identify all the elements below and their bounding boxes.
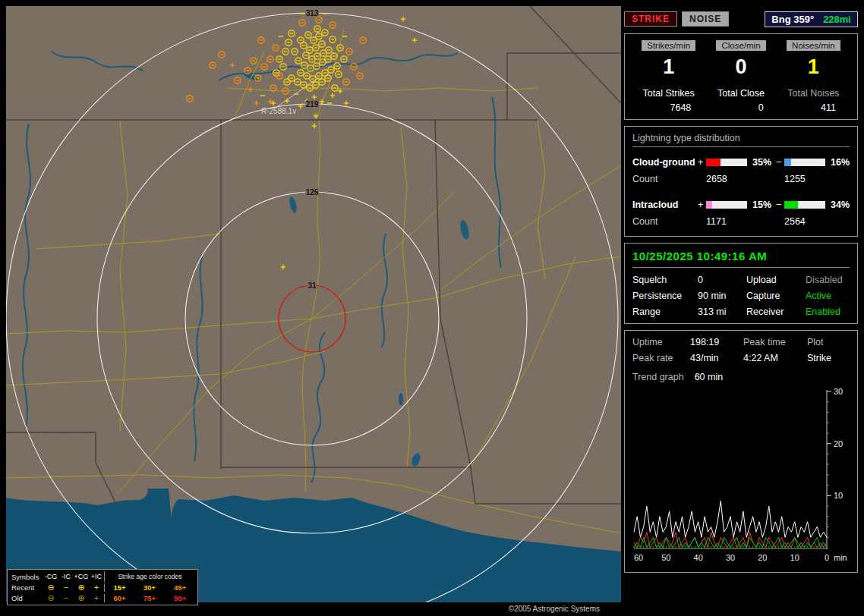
bearing-range-display: Bng 359° 228mi	[765, 11, 858, 27]
svg-text:0: 0	[825, 553, 829, 562]
ic-pos-old-icon: +	[89, 594, 104, 602]
upload-label: Upload	[746, 275, 806, 285]
age-75: 75+	[134, 594, 165, 602]
svg-text:313: 313	[306, 9, 319, 17]
distribution-panel: Lightning type distribution Cloud-ground…	[624, 126, 858, 237]
mode-toolbar: STRIKE NOISE Bng 359° 228mi	[624, 11, 858, 27]
legend-col-cg-neg: -CG	[43, 573, 58, 580]
peak-time-value: 4:22 AM	[743, 353, 807, 363]
capture-status: Active	[806, 291, 850, 301]
cg-positive-count: 2658	[706, 174, 749, 184]
cloud-ground-label: Cloud-ground	[632, 157, 698, 168]
storm-cell-label: R-2588.1v	[261, 107, 296, 115]
trend-graph-label: Trend graph	[632, 372, 684, 382]
plus-sign: +	[698, 200, 706, 210]
age-30: 30+	[134, 583, 165, 592]
map-legend: Symbols -CG -IC +CG +IC Strike age color…	[7, 569, 198, 605]
svg-text:10: 10	[834, 491, 843, 500]
bearing-value: Bng 359°	[771, 14, 814, 25]
uptime-label: Uptime	[632, 337, 690, 347]
range-setting-value: 313 mi	[698, 306, 746, 317]
total-strikes-label: Total Strikes	[632, 88, 705, 99]
svg-text:10: 10	[790, 553, 799, 562]
legend-symbols-title: Symbols	[10, 573, 43, 581]
count-label: Count	[632, 174, 698, 184]
minus-sign: −	[776, 157, 784, 168]
total-strikes-value: 7648	[632, 102, 705, 113]
count-label: Count	[632, 216, 698, 227]
plot-label: Plot	[807, 337, 850, 347]
cg-neg-recent-icon: ⊖	[43, 583, 58, 591]
capture-label: Capture	[746, 291, 806, 301]
cg-positive-pct: 35%	[749, 157, 776, 168]
ic-positive-count: 1171	[706, 216, 749, 227]
svg-text:20: 20	[758, 553, 767, 562]
svg-text:30: 30	[726, 553, 735, 562]
total-noises-label: Total Noises	[777, 88, 850, 99]
strike-mode-button[interactable]: STRIKE	[624, 11, 677, 27]
datetime-display: 10/25/2025 10:49:16 AM	[632, 250, 850, 268]
status-panel: Uptime 198:19 Peak time Plot Peak rate 4…	[624, 330, 858, 573]
range-label: Range	[632, 306, 698, 317]
cg-negative-count: 1255	[784, 174, 827, 184]
total-noises-value: 411	[777, 102, 850, 113]
squelch-value: 0	[698, 275, 746, 285]
noise-mode-button[interactable]: NOISE	[682, 11, 729, 27]
ic-neg-recent-icon: −	[58, 583, 74, 591]
noises-per-min-value: 1	[777, 55, 850, 79]
cg-neg-old-icon: ⊖	[43, 594, 58, 602]
legend-col-ic-neg: -IC	[58, 573, 74, 580]
legend-age-title: Strike age color codes	[104, 571, 195, 582]
age-90: 90+	[165, 594, 195, 602]
cg-pos-recent-icon: ⊕	[74, 583, 89, 591]
lightning-map-viewport[interactable]: R-2588.1v 31321912531 Symbols -CG -IC +C…	[6, 6, 621, 613]
cg-negative-bar	[784, 159, 825, 166]
rates-panel: Strikes/min Close/min Noises/min 1 0 1 T…	[624, 33, 858, 120]
settings-panel: 10/25/2025 10:49:16 AM Squelch 0 Upload …	[624, 243, 858, 324]
svg-text:30: 30	[834, 387, 843, 396]
svg-text:50: 50	[661, 553, 670, 562]
total-close-value: 0	[705, 102, 777, 113]
svg-text:40: 40	[694, 553, 703, 562]
svg-text:60: 60	[634, 553, 643, 562]
trend-window-value: 60 min	[695, 372, 724, 382]
age-60: 60+	[104, 594, 134, 602]
peak-rate-label: Peak rate	[632, 353, 690, 363]
legend-row-old: Old	[10, 594, 43, 602]
cg-pos-old-icon: ⊕	[74, 594, 89, 602]
svg-text:20: 20	[834, 439, 843, 448]
legend-col-ic-pos: +IC	[89, 573, 104, 580]
ic-negative-pct: 34%	[827, 200, 850, 210]
persistence-value: 90 min	[698, 291, 746, 301]
plot-value: Strike	[807, 353, 850, 363]
strikes-per-min-value: 1	[632, 55, 705, 79]
legend-row-recent: Recent	[10, 583, 43, 592]
age-45: 45+	[165, 583, 195, 592]
cg-negative-pct: 16%	[827, 157, 850, 168]
distribution-title: Lightning type distribution	[632, 133, 850, 147]
peak-rate-value: 43/min	[690, 353, 743, 363]
plus-sign: +	[698, 157, 706, 168]
strikes-per-min-chip[interactable]: Strikes/min	[642, 40, 695, 51]
svg-text:125: 125	[306, 188, 319, 196]
copyright-text: ©2005 Astrogenic Systems	[509, 605, 600, 613]
noises-per-min-chip[interactable]: Noises/min	[787, 40, 840, 51]
ic-neg-old-icon: −	[58, 594, 74, 602]
svg-text:31: 31	[307, 281, 317, 290]
age-15: 15+	[104, 583, 134, 592]
trend-graph: 1020306050403020100min	[632, 387, 850, 566]
close-per-min-value: 0	[705, 55, 777, 79]
ic-negative-count: 2564	[784, 216, 827, 227]
side-panel: STRIKE NOISE Bng 359° 228mi Strikes/min …	[624, 0, 858, 573]
receiver-label: Receiver	[746, 306, 806, 317]
svg-text:219: 219	[306, 100, 319, 108]
peak-time-label: Peak time	[743, 337, 807, 347]
close-per-min-chip[interactable]: Close/min	[716, 40, 765, 51]
cg-positive-bar	[706, 159, 747, 166]
ic-negative-bar	[784, 201, 825, 209]
total-close-label: Total Close	[705, 88, 777, 99]
lightning-map[interactable]: R-2588.1v 31321912531	[6, 6, 621, 602]
svg-text:min: min	[834, 553, 847, 562]
persistence-label: Persistence	[632, 291, 698, 301]
receiver-status: Enabled	[806, 306, 850, 317]
